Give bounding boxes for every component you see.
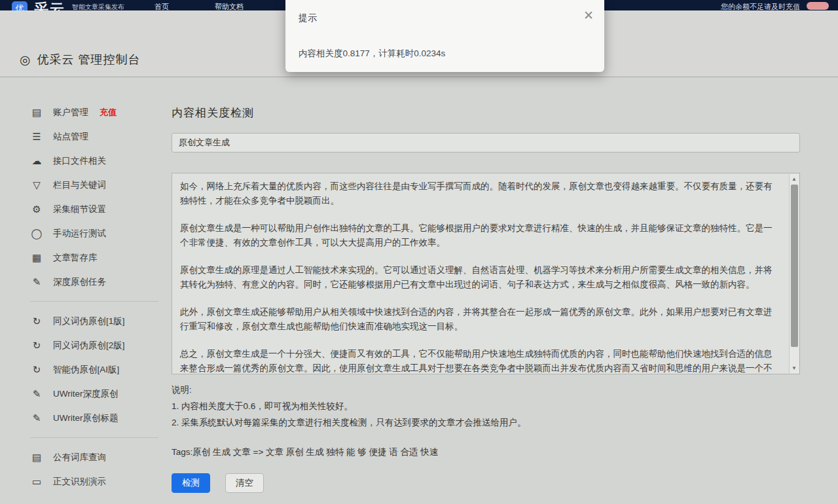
sidebar-item-sites[interactable]: ☰ 站点管理: [30, 124, 162, 149]
sidebar-item-label: 正文识别演示: [53, 476, 106, 488]
textarea-paragraph: 原创文章生成是一种可以帮助用户创作出独特的文章的工具。它能够根据用户的要求对文章…: [180, 221, 780, 249]
scroll-down-icon[interactable]: ▼: [790, 365, 799, 371]
textarea-paragraph: 总之，原创文章生成是一个十分强大、便捷而又有效的工具，它不仅能帮助用户快速地生成…: [180, 347, 780, 374]
target-icon: ◎: [20, 52, 31, 67]
keyword-input[interactable]: [172, 133, 800, 153]
notes-block: 说明: 1. 内容相关度大于0.6，即可视为相关性较好。 2. 采集系统默认对每…: [172, 384, 800, 429]
sidebar-item-label: 手动运行测试: [53, 228, 106, 240]
scroll-up-icon[interactable]: ▲: [790, 176, 799, 182]
sidebar-item-label: 深度原创任务: [53, 276, 106, 288]
section-title: 内容相关度检测: [172, 105, 800, 120]
note-line: 1. 内容相关度大于0.6，即可视为相关性较好。: [172, 401, 800, 412]
result-dialog: 提示 ✕ 内容相关度0.8177，计算耗时0.0234s: [285, 0, 604, 72]
sidebar-item-label: 文章暂存库: [53, 252, 98, 264]
sidebar-item-article-store[interactable]: ▦ 文章暂存库: [30, 245, 162, 270]
sidebar: ▤ 账户管理 充值 ☰ 站点管理 ☁ 接口文件相关 ▽ 栏目与关键词 ⚙ 采集细…: [0, 78, 162, 504]
sidebar-item-label: 接口文件相关: [53, 155, 106, 167]
list-icon: ☰: [30, 131, 43, 143]
sidebar-item-label: UWriter深度原创: [53, 388, 118, 400]
sidebar-item-label: 账户管理: [53, 107, 88, 118]
topbar-notice-text: 您的余额不足请及时充值: [721, 2, 800, 10]
topbar-nav: 首页 帮助文档: [155, 2, 244, 10]
app-logo-text: 采云: [34, 1, 65, 10]
refresh-icon: ↻: [30, 364, 43, 376]
sidebar-item-label: 公有词库查询: [53, 452, 106, 463]
sidebar-item-uwriter-title[interactable]: ✎ UWriter原创标题: [30, 406, 162, 430]
dialog-result-text: 内容相关度0.8177，计算耗时0.0234s: [299, 48, 445, 60]
sidebar-item-label: 同义词伪原创[1版]: [53, 315, 125, 327]
dialog-title: 提示: [299, 12, 317, 24]
sidebar-item-label: 智能伪原创[AI版]: [53, 364, 119, 376]
sidebar-item-uwriter-deep[interactable]: ✎ UWriter深度原创: [30, 382, 162, 406]
sidebar-item-label: 栏目与关键词: [53, 179, 106, 191]
main-panel: 内容相关度检测 如今，网络上充斥着大量的优质内容，而这些内容往往是由专业写手撰写…: [162, 78, 838, 504]
topbar-alert-badge[interactable]: [807, 2, 829, 10]
sidebar-divider: [30, 301, 158, 302]
sidebar-item-collect-settings[interactable]: ⚙ 采集细节设置: [30, 197, 162, 221]
textarea-paragraph: 此外，原创文章生成还能够帮助用户从相关领域中快速找到合适的内容，并将其整合在一起…: [180, 305, 780, 333]
monitor-icon: ▭: [30, 476, 43, 488]
close-icon[interactable]: ✕: [583, 9, 594, 22]
content-textarea[interactable]: 如今，网络上充斥着大量的优质内容，而这些内容往往是由专业写手撰写而成的。随着时代…: [172, 173, 800, 374]
note-line: 2. 采集系统默认对每篇采集的文章进行相关度检测，只有达到要求的文章才会推送给用…: [172, 417, 800, 429]
sidebar-item-label: UWriter原创标题: [53, 412, 118, 424]
edit-icon: ✎: [30, 388, 43, 400]
sidebar-item-body-recognition-demo[interactable]: ▭ 正文识别演示: [30, 469, 162, 494]
nav-item-home[interactable]: 首页: [155, 2, 169, 10]
sidebar-item-synonym-rewrite-v1[interactable]: ↻ 同义词伪原创[1版]: [30, 309, 162, 333]
textarea-paragraph: 原创文章生成的原理是通过人工智能技术来实现的。它可以通过语义理解、自然语言处理、…: [180, 263, 780, 291]
funnel-icon: ▽: [30, 179, 43, 191]
clear-button[interactable]: 清空: [225, 473, 264, 493]
sidebar-item-deep-original-task[interactable]: ✎ 深度原创任务: [30, 270, 162, 294]
sidebar-item-public-lexicon[interactable]: ▤ 公有词库查询: [30, 445, 162, 469]
edit-icon: ✎: [30, 276, 43, 288]
textarea-paragraph: 如今，网络上充斥着大量的优质内容，而这些内容往往是由专业写手撰写而成的。随着时代…: [180, 179, 780, 207]
cloud-icon: ☁: [30, 155, 43, 167]
archive-icon: ▦: [30, 252, 43, 264]
refresh-icon: ↻: [30, 315, 43, 327]
notes-heading: 说明:: [172, 384, 800, 396]
book-icon: ▤: [30, 452, 43, 463]
circle-icon: ◯: [30, 228, 43, 240]
button-row: 检测 清空: [172, 473, 800, 493]
sidebar-item-manual-test[interactable]: ◯ 手动运行测试: [30, 221, 162, 245]
sidebar-item-account[interactable]: ▤ 账户管理 充值: [30, 100, 162, 124]
app-logo-icon[interactable]: 优: [12, 1, 27, 10]
recharge-link[interactable]: 充值: [100, 107, 117, 118]
edit-icon: ✎: [30, 412, 43, 424]
sidebar-item-synonym-rewrite-v2[interactable]: ↻ 同义词伪原创[2版]: [30, 333, 162, 357]
nav-item-docs[interactable]: 帮助文档: [215, 2, 244, 10]
sidebar-item-api-files[interactable]: ☁ 接口文件相关: [30, 149, 162, 173]
page-title: 优采云 管理控制台: [37, 52, 141, 67]
textarea-scrollbar[interactable]: ▲ ▼: [789, 174, 799, 373]
sidebar-item-label: 同义词伪原创[2版]: [53, 340, 125, 351]
detect-button[interactable]: 检测: [172, 473, 210, 493]
content-area: ▤ 账户管理 充值 ☰ 站点管理 ☁ 接口文件相关 ▽ 栏目与关键词 ⚙ 采集细…: [0, 78, 838, 504]
app-tagline: 智能文章采集发布: [72, 3, 124, 10]
sidebar-item-label: 采集细节设置: [53, 204, 106, 215]
sidebar-item-columns-keywords[interactable]: ▽ 栏目与关键词: [30, 173, 162, 197]
gear-icon: ⚙: [30, 204, 43, 215]
sidebar-item-label: 站点管理: [53, 131, 88, 143]
tags-line: Tags:原创 生成 文章 => 文章 原创 生成 独特 能 够 便捷 语 合适…: [172, 446, 800, 458]
sidebar-divider: [30, 437, 158, 438]
sidebar-item-ai-rewrite[interactable]: ↻ 智能伪原创[AI版]: [30, 357, 162, 382]
chart-icon: ▤: [30, 107, 43, 118]
refresh-icon: ↻: [30, 340, 43, 351]
scrollbar-thumb[interactable]: [791, 185, 798, 347]
